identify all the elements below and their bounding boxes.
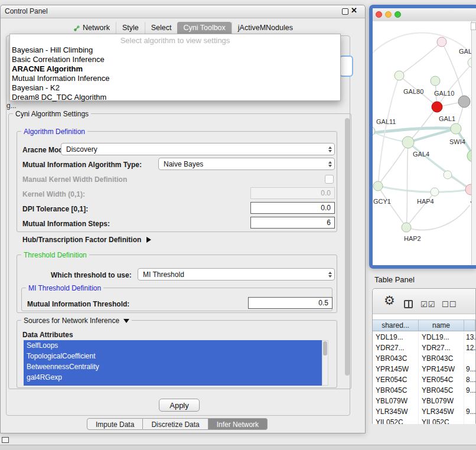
table-cell: YIL052C	[373, 417, 419, 424]
stepper-icon	[328, 146, 332, 152]
columns-icon[interactable]	[404, 300, 413, 308]
table-row[interactable]: YBR043CYBR043C	[373, 353, 475, 364]
list-item[interactable]: SelfLoops	[24, 340, 322, 351]
tab-network[interactable]: Network	[67, 22, 116, 34]
close-traffic-light[interactable]	[376, 11, 382, 18]
list-item[interactable]: gal4RGexp	[24, 372, 322, 383]
table-cell: YBL079W	[373, 396, 419, 406]
sources-group-title[interactable]: Sources for Network Inference	[21, 317, 132, 325]
table-header: shared...name	[373, 319, 475, 331]
deselect-all-icon[interactable]: ☐☐	[442, 300, 457, 309]
table-row[interactable]: YBR045CYBR045C9...	[373, 385, 475, 396]
mi-type-select[interactable]: Naive Bayes	[158, 158, 335, 170]
select-all-icon[interactable]: ☑☑	[420, 300, 435, 309]
manual-kernel-checkbox[interactable]	[325, 175, 334, 184]
algorithm-option[interactable]: Dream8 DC_TDC Algorithm	[10, 93, 340, 102]
aracne-mode-select[interactable]: Discovery	[61, 143, 335, 155]
collapse-arrow-icon[interactable]	[123, 319, 129, 323]
float-window-icon[interactable]	[342, 8, 348, 15]
stepper-icon	[328, 272, 332, 278]
table-cell: YLR345W	[419, 406, 464, 417]
network-node[interactable]	[395, 71, 404, 80]
table-row[interactable]: YBL079WYBL079W	[373, 396, 475, 406]
which-threshold-select[interactable]: MI Threshold	[138, 268, 335, 281]
bottom-tab-impute-data[interactable]: Impute Data	[87, 418, 143, 430]
table-cell: YDL19...	[373, 332, 419, 343]
network-node[interactable]	[402, 136, 414, 148]
node-label: HAP2	[404, 235, 421, 242]
network-scroll-button[interactable]	[471, 22, 476, 30]
mi-steps-input[interactable]: 6	[250, 217, 335, 229]
close-icon[interactable]: ✕	[351, 6, 357, 15]
column-header[interactable]: name	[419, 320, 464, 331]
manual-kernel-label: Manual Kernel Width Definition	[22, 175, 127, 184]
network-node[interactable]	[432, 102, 442, 112]
apply-button[interactable]: Apply	[159, 399, 200, 412]
partial-label: g...	[6, 102, 17, 110]
bottom-tab-discretize-data[interactable]: Discretize Data	[143, 418, 208, 430]
list-item-partial[interactable]	[24, 383, 322, 386]
network-edge	[406, 192, 435, 227]
tab-jactivemnodules[interactable]: jActiveMNodules	[232, 22, 299, 34]
algorithm-option[interactable]: Mutual Information Inference	[10, 74, 340, 83]
table-cell: YER054C	[373, 374, 419, 385]
network-node[interactable]	[451, 123, 461, 134]
table-row[interactable]: YDR27...YDR27...12...	[373, 343, 475, 353]
mi-threshold-input[interactable]: 0.5	[248, 297, 332, 309]
algorithm-option[interactable]: Bayesian - Hill Climbing	[10, 45, 340, 55]
algorithm-option-list: Bayesian - Hill ClimbingBasic Correlatio…	[10, 45, 340, 102]
zoom-traffic-light[interactable]	[395, 11, 401, 18]
kernel-width-label: Kernel Width (0,1):	[22, 190, 85, 198]
algorithm-definition-title: Algorithm Definition	[21, 128, 87, 136]
tab-select[interactable]: Select	[145, 22, 178, 34]
table-cell: 9...	[464, 385, 475, 396]
bottom-tab-infer-network[interactable]: Infer Network	[208, 418, 268, 430]
network-canvas-svg[interactable]: GAL8GAL80GAL10GAL11GAL1SWI4GAL4GCY1HAP4H…	[373, 21, 472, 265]
column-header[interactable]: shared...	[373, 320, 419, 331]
network-scrollbar[interactable]	[471, 21, 476, 265]
network-node[interactable]	[437, 37, 446, 47]
table-row[interactable]: YDL19...YDL19...13...	[373, 332, 475, 343]
data-attribute-list: SelfLoopsTopologicalCoefficientBetweenne…	[24, 340, 322, 386]
attribute-list-scroll-thumb[interactable]	[323, 341, 327, 356]
algorithm-option[interactable]: ARACNE Algorithm	[10, 64, 340, 74]
desktop: Control Panel ✕ NetworkStyleSelectCyni T…	[0, 0, 476, 450]
minimize-traffic-light[interactable]	[385, 11, 392, 18]
mi-type-label: Mutual Information Algorithm Type:	[22, 161, 142, 169]
expand-arrow-icon[interactable]	[146, 237, 151, 243]
network-node[interactable]	[402, 223, 411, 232]
table-cell: YDR27...	[373, 343, 419, 353]
settings-scrollbar[interactable]	[345, 118, 350, 376]
dpi-tolerance-input[interactable]: 0.0	[250, 202, 335, 214]
network-node[interactable]	[458, 96, 470, 107]
table-cell: YBL079W	[419, 396, 464, 406]
table-cell: 9...	[464, 406, 475, 417]
partial-focused-field[interactable]	[339, 56, 353, 77]
algorithm-dropdown-popup: Select algorithm to view settings Bayesi…	[9, 34, 341, 101]
column-header[interactable]	[464, 320, 475, 331]
table-row[interactable]: YPR145WYPR145W9...	[373, 364, 475, 374]
algorithm-option[interactable]: Basic Correlation Inference	[10, 55, 340, 64]
algorithm-option[interactable]: Bayesian - K2	[10, 83, 340, 93]
network-node[interactable]	[431, 76, 440, 86]
list-item[interactable]: TopologicalCoefficient	[24, 351, 322, 361]
gear-icon[interactable]: ⚙	[384, 294, 395, 308]
tab-style[interactable]: Style	[116, 22, 145, 34]
tab-cyni-toolbox[interactable]: Cyni Toolbox	[177, 22, 231, 34]
network-node[interactable]	[444, 171, 452, 179]
table-row[interactable]: YLR345WYLR345W9...	[373, 406, 475, 417]
network-node[interactable]	[373, 126, 375, 136]
table-row[interactable]: YIL052CYIL052C	[373, 417, 475, 424]
minimized-window-icon[interactable]	[2, 437, 9, 443]
control-panel-titlebar[interactable]	[1, 5, 365, 18]
network-node[interactable]	[373, 181, 383, 191]
table-cell: YBR045C	[373, 385, 419, 396]
hub-definition-expander[interactable]: Hub/Transcription Factor Definition	[22, 236, 151, 244]
mi-type-value: Naive Bayes	[164, 160, 203, 168]
network-edge	[408, 129, 456, 142]
list-item[interactable]: BetweennessCentrality	[24, 361, 322, 372]
network-node[interactable]	[431, 188, 439, 196]
node-label: GAL10	[434, 90, 454, 97]
node-label: GAL80	[403, 88, 423, 95]
table-row[interactable]: YER054CYER054C8...	[373, 374, 475, 385]
